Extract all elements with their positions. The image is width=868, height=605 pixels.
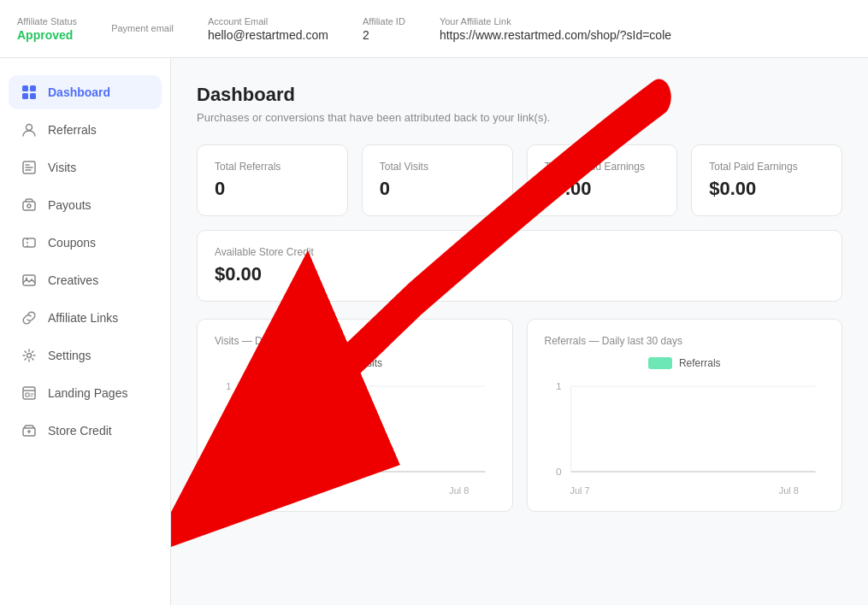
affiliate-link-item: Your Affiliate Link https://www.restartm… [440,16,671,42]
sidebar-item-landing-pages[interactable]: Landing Pages [9,376,162,410]
svg-point-4 [27,125,32,131]
account-email-item: Account Email hello@restartmed.com [208,16,328,42]
svg-rect-8 [23,238,35,247]
stat-card-referrals: Total Referrals 0 [197,144,348,216]
stat-referrals-label: Total Referrals [215,161,330,173]
referrals-chart-area: 1 0 [545,379,825,482]
account-email-value: hello@restartmed.com [208,28,328,42]
svg-point-11 [26,278,27,279]
sidebar-dashboard-label: Dashboard [48,85,110,99]
page-title: Dashboard [197,84,842,106]
sidebar-item-creatives[interactable]: Creatives [9,263,162,297]
sidebar-item-store-credit[interactable]: Store Credit [9,414,162,448]
referrals-chart-legend: Referrals [545,357,825,369]
main-content: Dashboard Purchases or conversions that … [171,58,868,605]
visits-icon [21,159,38,176]
payment-email-label: Payment email [111,23,174,33]
creatives-icon [21,272,38,289]
sidebar-coupons-label: Coupons [48,236,96,250]
stat-card-paid: Total Paid Earnings $0.00 [691,144,842,216]
visits-legend-swatch [328,357,351,369]
svg-rect-2 [22,93,28,99]
stat-visits-label: Total Visits [380,161,495,173]
visits-chart-card: Visits — Daily last 30 days Visits 1 0 [197,319,513,512]
svg-point-12 [27,354,32,358]
svg-rect-3 [30,93,36,99]
visits-x-label-1: Jul 7 [240,485,260,496]
account-email-label: Account Email [208,16,328,26]
sidebar-referrals-label: Referrals [48,123,97,137]
sidebar: Dashboard Referrals Visits [0,58,171,605]
svg-rect-1 [30,85,36,91]
svg-rect-14 [26,393,29,396]
payouts-icon [21,197,38,214]
stat-card-visits: Total Visits 0 [362,144,513,216]
sidebar-payouts-label: Payouts [48,198,92,212]
stat-visits-value: 0 [380,178,495,200]
sidebar-item-payouts[interactable]: Payouts [9,188,162,222]
affiliate-link-label: Your Affiliate Link [440,16,671,26]
referrals-legend-swatch [648,357,672,369]
sidebar-creatives-label: Creatives [48,273,98,287]
svg-point-7 [27,204,31,208]
referrals-x-label-1: Jul 7 [570,485,590,496]
referrals-legend-label: Referrals [679,357,721,369]
stat-card-unpaid: Total Unpaid Earnings $0.00 [527,144,678,216]
page-subtitle: Purchases or conversions that have been … [197,111,842,124]
visits-chart-title: Visits — Daily last 30 days [215,335,495,347]
sidebar-settings-label: Settings [48,349,92,362]
stat-paid-value: $0.00 [709,178,824,200]
affiliate-status-value: Approved [17,28,77,42]
svg-rect-6 [23,202,35,210]
affiliate-status-label: Affiliate Status [17,16,77,26]
store-credit-value: $0.00 [215,263,824,285]
svg-text:0: 0 [556,467,562,476]
dashboard-icon [21,84,38,101]
affiliate-id-label: Affiliate ID [363,16,405,26]
sidebar-item-dashboard[interactable]: Dashboard [9,75,162,109]
affiliate-link-value: https://www.restartmed.com/shop/?sId=col… [440,28,671,42]
stat-unpaid-value: $0.00 [545,178,660,200]
sidebar-item-visits[interactable]: Visits [9,150,162,185]
affiliate-links-icon [21,309,38,326]
stat-referrals-value: 0 [215,178,330,200]
sidebar-store-credit-label: Store Credit [48,424,112,438]
referrals-chart-title: Referrals — Daily last 30 days [545,335,825,347]
store-credit-card: Available Store Credit $0.00 [197,230,842,302]
referrals-x-label-2: Jul 8 [779,485,799,496]
svg-text:1: 1 [226,381,232,391]
referrals-chart-card: Referrals — Daily last 30 days Referrals… [527,319,843,512]
affiliate-id-item: Affiliate ID 2 [363,16,405,42]
svg-rect-0 [22,85,28,91]
svg-text:1: 1 [556,381,562,391]
charts-row: Visits — Daily last 30 days Visits 1 0 [197,319,842,512]
store-credit-icon [21,422,38,439]
main-layout: Dashboard Referrals Visits [0,58,868,605]
stat-paid-label: Total Paid Earnings [709,161,824,173]
settings-icon [21,347,38,364]
affiliate-id-value: 2 [363,28,405,42]
visits-x-label-2: Jul 8 [449,485,469,496]
visits-legend-label: Visits [358,357,382,369]
affiliate-status-item: Affiliate Status Approved [17,16,77,42]
visits-chart-area: 1 0 [215,379,495,482]
sidebar-visits-label: Visits [48,161,76,174]
referrals-icon [21,121,38,138]
referrals-chart-svg: 1 0 [545,379,825,482]
visits-chart-legend: Visits [215,357,495,369]
sidebar-item-coupons[interactable]: Coupons [9,226,162,260]
coupons-icon [21,234,38,251]
sidebar-item-affiliate-links[interactable]: Affiliate Links [9,301,162,335]
landing-pages-icon [21,385,38,402]
payment-email-item: Payment email [111,23,174,35]
stat-unpaid-label: Total Unpaid Earnings [545,161,660,173]
store-credit-label: Available Store Credit [215,246,824,258]
top-bar: Affiliate Status Approved Payment email … [0,0,868,58]
svg-text:0: 0 [226,467,232,476]
visits-chart-svg: 1 0 [215,379,495,482]
visits-x-labels: Jul 7 Jul 8 [215,485,495,496]
sidebar-item-settings[interactable]: Settings [9,338,162,373]
sidebar-item-referrals[interactable]: Referrals [9,113,162,147]
referrals-x-labels: Jul 7 Jul 8 [545,485,825,496]
stats-row: Total Referrals 0 Total Visits 0 Total U… [197,144,842,216]
